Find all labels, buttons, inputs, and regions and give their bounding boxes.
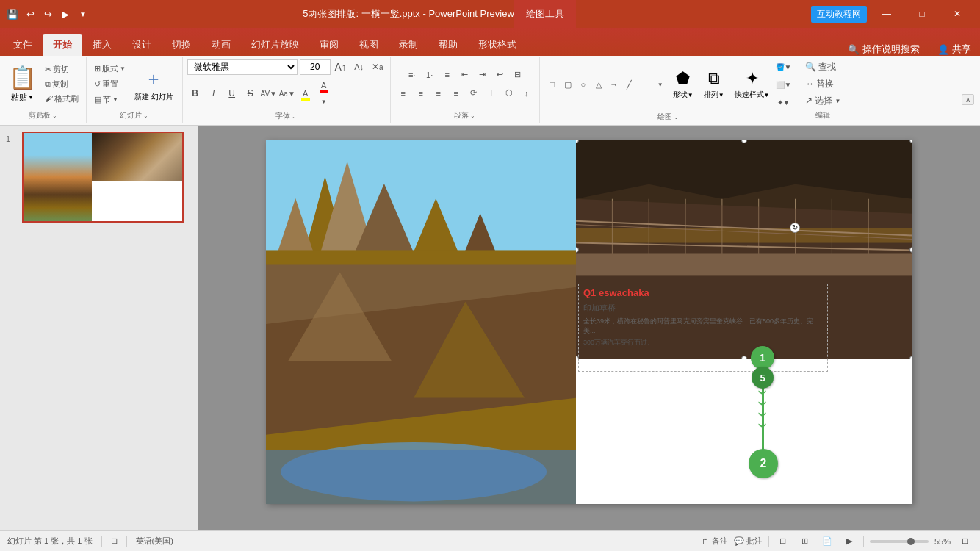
align-right-button[interactable]: ≡ xyxy=(430,85,447,101)
layout-button[interactable]: ⊞版式▼ xyxy=(91,62,129,76)
font-expand-icon[interactable]: ⌄ xyxy=(292,113,297,120)
increase-font-button[interactable]: A↑ xyxy=(333,59,349,75)
char-spacing-button[interactable]: AV▼ xyxy=(261,85,277,101)
text-align-button[interactable]: ⊤ xyxy=(483,85,500,101)
numbered-list-button[interactable]: 1· xyxy=(422,67,438,83)
tab-home[interactable]: 开始 xyxy=(43,34,82,56)
interactive-tutorial-button[interactable]: 互动教程网 xyxy=(811,6,867,23)
shape-more[interactable]: ⋯ xyxy=(637,76,653,93)
arrange-button[interactable]: ⧉ 排列▼ xyxy=(699,66,729,103)
redo-button[interactable]: ↪ xyxy=(40,6,56,22)
rotate-handle-mid[interactable]: ↻ xyxy=(790,223,800,233)
decrease-font-button[interactable]: A↓ xyxy=(351,59,367,75)
minimize-button[interactable]: — xyxy=(870,0,904,28)
save-button[interactable]: 💾 xyxy=(4,6,21,22)
paste-button[interactable]: 📋 粘贴▼ xyxy=(4,62,40,106)
shape-button[interactable]: ⬟ 形状▼ xyxy=(669,66,698,103)
shape-line[interactable]: ╱ xyxy=(621,76,638,93)
paragraph-expand-icon[interactable]: ⌄ xyxy=(470,112,475,119)
justify-button[interactable]: ≡ xyxy=(448,85,464,101)
case-button[interactable]: Aa▼ xyxy=(279,85,295,101)
find-button[interactable]: 🔍 查找 xyxy=(801,60,845,75)
tab-help[interactable]: 帮助 xyxy=(428,34,468,56)
status-bar-icon: ⊟ xyxy=(111,536,118,546)
tab-record[interactable]: 录制 xyxy=(389,34,428,56)
tab-design[interactable]: 设计 xyxy=(122,34,162,56)
select-button[interactable]: ↗ 选择▼ xyxy=(801,93,845,109)
zoom-slider[interactable] xyxy=(870,540,929,543)
connector-node-2[interactable]: 2 xyxy=(749,449,778,478)
collapse-ribbon-button[interactable]: ∧ xyxy=(962,94,974,105)
outline-list-button[interactable]: ≡ xyxy=(439,67,455,83)
bullet-list-button[interactable]: ≡· xyxy=(404,67,420,83)
line-spacing-button[interactable]: ↕ xyxy=(519,85,535,101)
undo-button[interactable]: ↩ xyxy=(22,6,38,22)
handle-mr[interactable] xyxy=(909,247,912,253)
font-size-input[interactable] xyxy=(300,59,331,75)
tab-shape-format[interactable]: 形状格式 xyxy=(468,34,527,56)
align-left-button[interactable]: ≡ xyxy=(395,85,411,101)
increase-indent-button[interactable]: ⇥ xyxy=(475,67,491,83)
close-button[interactable]: ✕ xyxy=(940,0,974,28)
customize-button[interactable]: ▼ xyxy=(75,6,91,22)
present-button[interactable]: ▶ xyxy=(57,6,73,22)
section-button[interactable]: ▤节▼ xyxy=(91,93,129,107)
tab-insert[interactable]: 插入 xyxy=(82,34,122,56)
decrease-indent-button[interactable]: ⇤ xyxy=(457,67,473,83)
slideshow-view-button[interactable]: ▶ xyxy=(841,533,857,550)
replace-button[interactable]: ↔ 替换 xyxy=(801,76,845,92)
italic-button[interactable]: I xyxy=(206,85,222,101)
tab-slideshow[interactable]: 幻灯片放映 xyxy=(241,34,309,56)
shape-triangle[interactable]: △ xyxy=(591,76,607,93)
font-color-dropdown[interactable]: ▼ xyxy=(316,93,332,109)
shape-fill-button[interactable]: 🪣▼ xyxy=(775,59,791,75)
shape-rect[interactable]: □ xyxy=(544,76,561,93)
handle-br[interactable] xyxy=(909,356,912,359)
notes-button[interactable]: 🗒 备注 xyxy=(702,536,728,547)
slide-sorter-button[interactable]: ⊞ xyxy=(797,533,813,550)
share-button[interactable]: 👤 共享 xyxy=(929,43,980,56)
clipboard-expand-icon[interactable]: ⌄ xyxy=(52,112,57,119)
reset-button[interactable]: ↺重置 xyxy=(91,77,129,91)
tab-view[interactable]: 视图 xyxy=(349,34,389,56)
shape-outline-button[interactable]: ⬜▼ xyxy=(775,76,791,93)
format-painter-button[interactable]: 🖌格式刷 xyxy=(42,92,82,106)
columns-button[interactable]: ⊟ xyxy=(510,67,526,83)
shape-effects-button[interactable]: ✦▼ xyxy=(775,94,791,110)
strikethrough-button[interactable]: S xyxy=(242,85,259,101)
shape-roundrect[interactable]: ▢ xyxy=(560,76,576,93)
search-tab[interactable]: 🔍 操作说明搜索 xyxy=(839,43,929,56)
normal-view-button[interactable]: ⊟ xyxy=(775,533,791,550)
cut-button[interactable]: ✂剪切 xyxy=(42,62,82,76)
new-slide-button[interactable]: ＋ 新建 幻灯片 xyxy=(130,64,178,104)
bold-button[interactable]: B xyxy=(187,85,203,101)
tab-transitions[interactable]: 切换 xyxy=(162,34,201,56)
clear-format-button[interactable]: ✕a xyxy=(370,59,386,75)
quick-styles-button[interactable]: ✦ 快速样式▼ xyxy=(730,66,774,103)
smartart-button[interactable]: ⬡ xyxy=(501,85,517,101)
shapes-dropdown[interactable]: ▼ xyxy=(652,76,667,93)
text-direction-button[interactable]: ⟳ xyxy=(466,85,482,101)
shape-arrow[interactable]: → xyxy=(606,76,622,93)
drawing-expand-icon[interactable]: ⌄ xyxy=(674,114,679,120)
comments-button[interactable]: 💬 批注 xyxy=(734,536,763,547)
rtl-button[interactable]: ↩ xyxy=(492,67,508,83)
tab-review[interactable]: 审阅 xyxy=(309,34,349,56)
tab-file[interactable]: 文件 xyxy=(3,34,43,56)
underline-button[interactable]: U xyxy=(224,85,240,101)
slides-expand-icon[interactable]: ⌄ xyxy=(143,112,148,119)
font-color-button[interactable]: A xyxy=(316,77,332,93)
align-center-button[interactable]: ≡ xyxy=(413,85,429,101)
connector-node-5[interactable]: 5 xyxy=(752,367,774,389)
highlight-button[interactable]: A xyxy=(298,85,314,101)
font-name-select[interactable]: 微软雅黑 xyxy=(187,59,298,75)
tab-animations[interactable]: 动画 xyxy=(201,34,241,56)
shape-circle[interactable]: ○ xyxy=(575,76,591,93)
copy-button[interactable]: ⧉复制 xyxy=(42,77,82,91)
fit-slide-button[interactable]: ⊡ xyxy=(956,533,973,550)
left-image[interactable] xyxy=(266,140,576,504)
text-overlay-box[interactable]: Q1 eswachaka 印加草桥 全长39米，横跨在秘鲁的阿普里马克河旁宾里奎… xyxy=(578,284,828,372)
slide-thumbnail-1[interactable]: 1 xyxy=(6,132,192,223)
reading-view-button[interactable]: 📄 xyxy=(819,533,835,550)
maximize-button[interactable]: □ xyxy=(905,0,939,28)
